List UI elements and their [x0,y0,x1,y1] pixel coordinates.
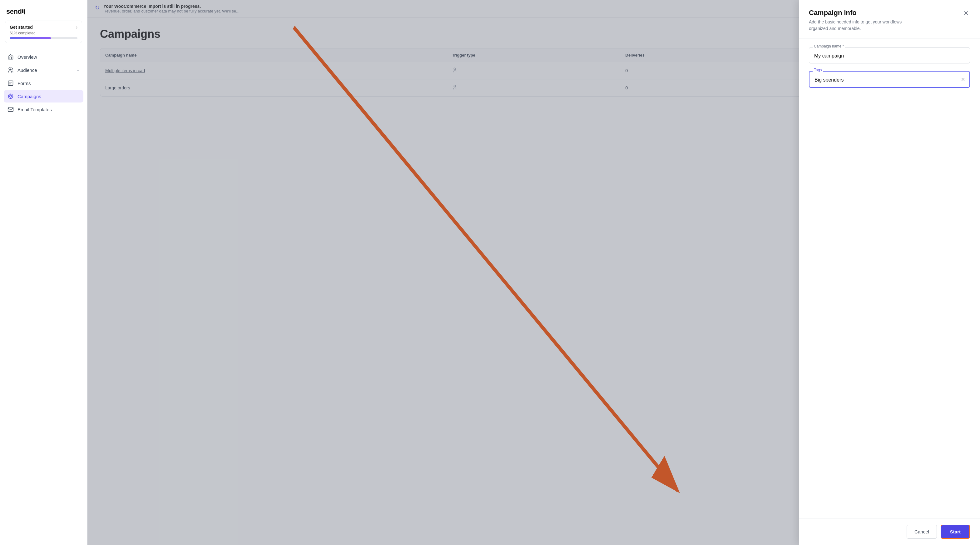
sidebar-nav: Overview Audience ⌄ Forms Campaigns [0,48,87,118]
tags-clear-button[interactable]: ✕ [960,75,966,84]
tags-field: Tags ✕ [809,71,970,88]
get-started-title: Get started [10,25,33,30]
campaign-name-label: Campaign name * [813,44,845,48]
users-icon [8,67,14,73]
sidebar-item-email-templates-label: Email Templates [18,107,80,112]
modal-body: Campaign name * Tags ✕ [799,38,980,518]
progress-bar-bg [10,37,78,39]
sidebar-item-email-templates[interactable]: Email Templates [4,103,83,116]
sidebar-item-overview[interactable]: Overview [4,51,83,63]
sidebar-item-audience-label: Audience [18,67,73,73]
svg-point-3 [10,95,12,97]
sidebar-item-forms[interactable]: Forms [4,77,83,89]
tags-input[interactable] [809,71,970,88]
campaign-name-input[interactable] [809,47,970,64]
home-icon [8,54,14,60]
campaign-name-field: Campaign name * [809,47,970,64]
campaigns-icon [8,93,14,99]
modal-close-button[interactable]: ✕ [962,9,970,18]
email-icon [8,106,14,113]
main-content: ↻ Your WooCommerce import is still in pr… [88,0,980,545]
cancel-button[interactable]: Cancel [907,525,937,539]
get-started-box[interactable]: Get started › 61% completed [5,21,82,43]
tags-label: Tags [813,68,823,72]
logo-area: send [0,0,87,21]
logo-text: send [6,8,25,15]
forms-icon [8,80,14,86]
sidebar-item-campaigns[interactable]: Campaigns [4,90,83,102]
get-started-arrow-icon: › [76,25,78,30]
campaign-info-modal: Campaign info Add the basic needed info … [799,0,980,545]
progress-bar-fill [10,37,51,39]
svg-rect-4 [8,107,13,111]
get-started-percent: 61% completed [10,31,78,35]
svg-point-0 [9,68,11,70]
sidebar-item-forms-label: Forms [18,81,80,86]
modal-footer: Cancel Start [799,518,980,545]
modal-subtitle: Add the basic needed info to get your wo… [809,19,921,32]
modal-title: Campaign info [809,9,921,17]
start-button[interactable]: Start [941,525,970,539]
sidebar-item-campaigns-label: Campaigns [18,94,80,99]
sidebar-item-audience[interactable]: Audience ⌄ [4,64,83,76]
sidebar-item-overview-label: Overview [18,54,80,60]
modal-header: Campaign info Add the basic needed info … [799,0,980,38]
chevron-down-icon: ⌄ [76,68,80,72]
sidebar: send Get started › 61% completed Overvie… [0,0,88,545]
